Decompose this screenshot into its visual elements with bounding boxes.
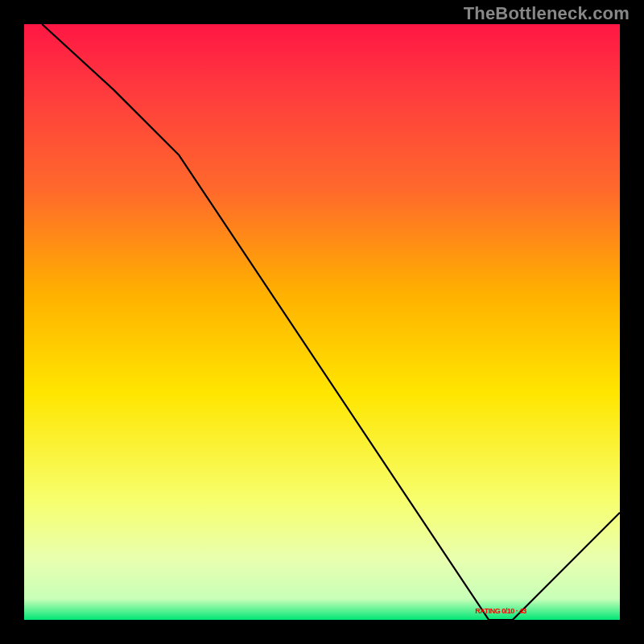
watermark-text: TheBottleneck.com — [464, 3, 630, 24]
chart-svg — [24, 24, 620, 620]
background-rect — [24, 24, 620, 620]
rating-flag: RATING 0/10 · 43 — [475, 607, 526, 615]
plot-area: RATING 0/10 · 43 — [24, 24, 620, 620]
chart-frame: TheBottleneck.com RATING 0/10 · 43 — [0, 0, 644, 644]
